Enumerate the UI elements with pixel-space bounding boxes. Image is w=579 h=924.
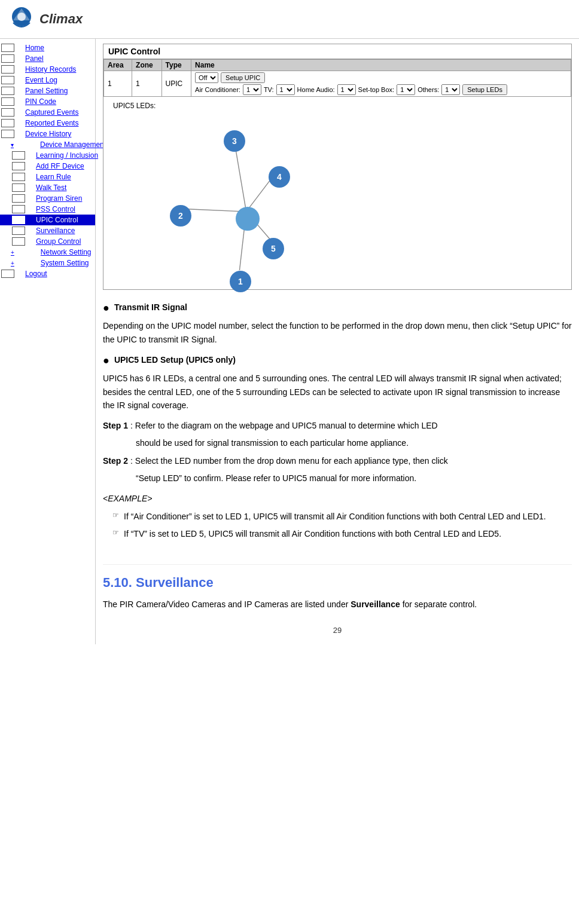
- doc-icon: [1, 97, 14, 106]
- doc-icon: [1, 130, 14, 138]
- table-row: 1 1 UPIC Off Setup UPIC Air Condit: [104, 71, 571, 97]
- led-node-center: [236, 207, 260, 231]
- sidebar-item-event-log[interactable]: Event Log: [0, 75, 95, 85]
- sidebar-group-network-setting[interactable]: + Network Setting: [0, 247, 95, 258]
- doc-icon: [1, 87, 14, 95]
- setup-leds-button[interactable]: Setup LEDs: [462, 84, 507, 95]
- example-bullet-2: ☞: [112, 527, 119, 540]
- learning-inclusion-link[interactable]: Learning / Inclusion: [26, 151, 100, 160]
- led-node-1: 1: [230, 271, 251, 292]
- settop-select[interactable]: 12345: [397, 84, 415, 95]
- event-log-link[interactable]: Event Log: [16, 75, 60, 85]
- step-2: Step 2 : Select the LED number from the …: [103, 454, 572, 467]
- upic-control-link[interactable]: UPIC Control: [26, 215, 81, 225]
- sidebar-group-system-setting[interactable]: + System Setting: [0, 258, 95, 268]
- sidebar-item-add-rf-device[interactable]: Add RF Device: [0, 161, 95, 172]
- col-name: Name: [191, 60, 571, 71]
- doc-icon: [12, 162, 25, 170]
- climax-logo-icon: [7, 5, 36, 33]
- sidebar-item-learn-rule[interactable]: Learn Rule: [0, 172, 95, 182]
- step-1: Step 1 : Refer to the diagram on the web…: [103, 419, 572, 432]
- system-setting-toggle[interactable]: +: [1, 259, 17, 267]
- sidebar-item-captured-events[interactable]: Captured Events: [0, 107, 95, 118]
- example-header: <EXAMPLE>: [103, 492, 572, 505]
- network-setting-link[interactable]: Network Setting: [31, 247, 94, 257]
- svg-line-5: [184, 209, 246, 212]
- logout-link[interactable]: Logout: [16, 269, 50, 279]
- doc-icon: [12, 183, 25, 192]
- home-audio-label: Home Audio:: [297, 86, 335, 93]
- bullet-2-text: UPIC5 has 6 IR LEDs, a central one and 5…: [103, 372, 572, 412]
- sidebar-item-upic-control[interactable]: UPIC Control: [0, 215, 95, 225]
- led-diagram: 3 4 2 5 1: [137, 112, 316, 280]
- sidebar-item-pss-control[interactable]: PSS Control: [0, 204, 95, 215]
- doc-icon: [1, 119, 14, 127]
- device-history-link[interactable]: Device History: [16, 129, 74, 139]
- sidebar-item-surveillance[interactable]: Surveillance: [0, 225, 95, 236]
- doc-icon: [1, 44, 14, 52]
- step-1-indent: should be used for signal transmission t…: [103, 436, 572, 449]
- led-diagram-label: UPIC5 LEDs:: [113, 102, 562, 110]
- sidebar-item-panel-setting[interactable]: Panel Setting: [0, 85, 95, 96]
- cell-name: Off Setup UPIC Air Conditioner: 12345 TV…: [191, 71, 571, 97]
- led-node-4: 4: [269, 166, 290, 188]
- sidebar-item-home[interactable]: Home: [0, 42, 95, 53]
- tv-select[interactable]: 12345: [276, 84, 295, 95]
- pss-control-link[interactable]: PSS Control: [26, 204, 78, 214]
- sidebar-item-walk-test[interactable]: Walk Test: [0, 182, 95, 193]
- doc-icon: [1, 65, 14, 74]
- led-node-5: 5: [263, 238, 284, 259]
- sidebar-item-panel[interactable]: Panel: [0, 53, 95, 64]
- logo: Climax: [7, 5, 83, 33]
- doc-icon: [12, 216, 25, 224]
- sidebar-item-group-control[interactable]: Group Control: [0, 236, 95, 247]
- example-2-text: If “TV” is set to LED 5, UPIC5 will tran…: [124, 527, 501, 540]
- col-type: Type: [161, 60, 191, 71]
- walk-test-link[interactable]: Walk Test: [26, 183, 69, 192]
- pin-code-link[interactable]: PIN Code: [16, 97, 59, 106]
- panel-setting-link[interactable]: Panel Setting: [16, 86, 70, 96]
- history-records-link[interactable]: History Records: [16, 65, 78, 74]
- doc-icon: [1, 54, 14, 63]
- doc-icon: [17, 144, 29, 145]
- sidebar-item-reported-events[interactable]: Reported Events: [0, 118, 95, 128]
- bullet-1-text: Depending on the UPIC model number, sele…: [103, 319, 572, 346]
- group-control-link[interactable]: Group Control: [26, 237, 83, 246]
- system-setting-link[interactable]: System Setting: [31, 258, 92, 268]
- sidebar-item-program-siren[interactable]: Program Siren: [0, 193, 95, 204]
- setup-upic-button[interactable]: Setup UPIC: [221, 72, 265, 83]
- learn-rule-link[interactable]: Learn Rule: [26, 172, 74, 182]
- sidebar-item-history-records[interactable]: History Records: [0, 64, 95, 75]
- sidebar-group-device-management[interactable]: ▾ Device Management: [0, 139, 95, 150]
- panel-link[interactable]: Panel: [16, 54, 46, 63]
- section-510-title: 5.10. Surveillance: [103, 572, 572, 593]
- bullet-1-label: Transmit IR Signal: [114, 302, 187, 312]
- network-setting-toggle[interactable]: +: [1, 249, 17, 256]
- col-area: Area: [104, 60, 132, 71]
- add-rf-device-link[interactable]: Add RF Device: [26, 161, 87, 171]
- surveillance-link[interactable]: Surveillance: [26, 226, 77, 235]
- surveillance-bold: Surveillance: [351, 599, 400, 609]
- reported-events-link[interactable]: Reported Events: [16, 118, 81, 128]
- home-audio-select[interactable]: 12345: [337, 84, 356, 95]
- led-node-2: 2: [170, 205, 191, 227]
- program-siren-link[interactable]: Program Siren: [26, 194, 84, 203]
- sidebar-item-learning-inclusion[interactable]: Learning / Inclusion: [0, 150, 95, 161]
- sidebar-item-pin-code[interactable]: PIN Code: [0, 96, 95, 107]
- doc-icon: [1, 108, 14, 117]
- sidebar-item-logout[interactable]: Logout: [0, 268, 95, 279]
- captured-events-link[interactable]: Captured Events: [16, 108, 81, 117]
- ac-select[interactable]: 12345: [243, 84, 261, 95]
- example-item-1: ☞ If “Air Conditioner” is set to LED 1, …: [103, 510, 572, 523]
- sidebar-item-device-history[interactable]: Device History: [0, 128, 95, 139]
- others-select[interactable]: 12345: [441, 84, 460, 95]
- step-2-label: Step 2: [103, 454, 128, 467]
- device-management-toggle[interactable]: ▾: [1, 141, 16, 149]
- main-layout: Home Panel History Records Event Log Pan…: [0, 39, 579, 644]
- cell-area: 1: [104, 71, 132, 97]
- example-item-2: ☞ If “TV” is set to LED 5, UPIC5 will tr…: [103, 527, 572, 540]
- home-link[interactable]: Home: [16, 43, 47, 53]
- upic-function-dropdown[interactable]: Off: [195, 72, 218, 83]
- bullet-2-label: UPIC5 LED Setup (UPIC5 only): [114, 355, 236, 365]
- step-1-label: Step 1: [103, 419, 128, 432]
